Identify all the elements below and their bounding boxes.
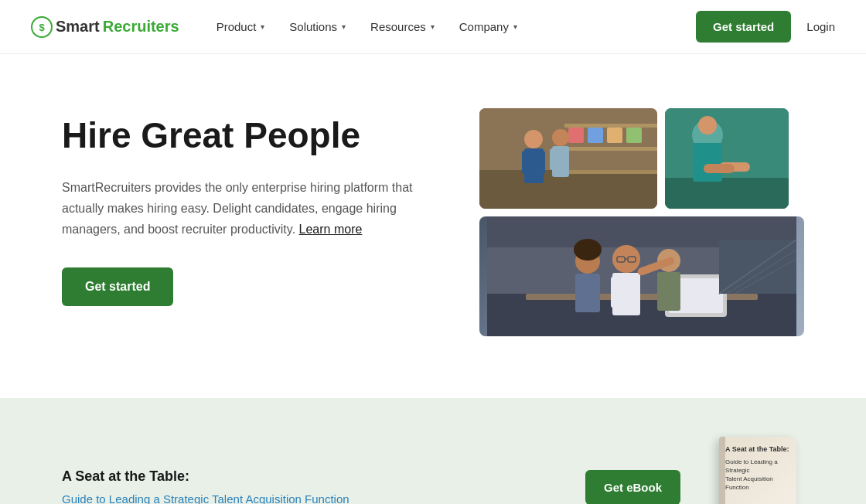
hero-image-top-left [479,108,657,209]
nav-product-label: Product [216,20,257,33]
chevron-down-icon: ▾ [431,22,435,31]
svg-point-40 [574,239,602,261]
nav-item-product[interactable]: Product ▾ [216,20,265,33]
banner-title: A Seat at the Table: [62,468,554,485]
login-button[interactable]: Login [806,20,835,33]
hero-title: Hire Great People [62,116,433,155]
svg-rect-8 [588,128,603,143]
chevron-down-icon: ▾ [513,22,517,31]
svg-rect-10 [626,128,642,143]
svg-rect-34 [611,277,622,308]
hero-image-top-left-svg [479,108,657,209]
svg-rect-27 [487,294,796,336]
chevron-down-icon: ▾ [261,22,264,31]
banner-book: A Seat at the Table: Guide to Leading a … [711,437,804,504]
svg-rect-4 [564,124,657,128]
book-title-line3: Talent Acquisition Function [725,475,790,492]
svg-rect-23 [693,143,722,182]
learn-more-link[interactable]: Learn more [299,223,363,236]
navbar-actions: Get started Login [696,11,835,43]
svg-point-22 [698,116,717,135]
hero-left: Hire Great People SmartRecruiters provid… [62,108,433,306]
svg-rect-18 [562,148,569,170]
svg-rect-9 [607,128,622,143]
navbar: $ SmartRecruiters Product ▾ Solutions ▾ … [0,0,866,54]
nav-solutions-label: Solutions [289,20,337,33]
svg-rect-17 [550,148,557,170]
logo-icon: $ [31,16,53,38]
svg-rect-35 [628,277,639,308]
nav-get-started-button[interactable]: Get started [696,11,791,43]
logo-text-smart: Smart [56,18,100,36]
svg-text:$: $ [39,22,45,33]
hero-section: Hire Great People SmartRecruiters provid… [0,54,866,398]
banner-subtitle: Guide to Leading a Strategic Talent Acqu… [62,492,554,504]
logo-text-recruiters: Recruiters [103,18,179,36]
get-ebook-button[interactable]: Get eBook [585,470,680,505]
hero-image-bottom-svg [479,216,804,336]
banner-cta: Get eBook [585,470,680,505]
svg-rect-43 [657,272,680,311]
svg-rect-7 [568,128,584,143]
nav-links: Product ▾ Solutions ▾ Resources ▾ Compan… [216,20,696,33]
nav-item-company[interactable]: Company ▾ [459,20,517,33]
hero-description: SmartRecruiters provides the only enterp… [62,177,418,240]
nav-resources-label: Resources [370,20,426,33]
svg-rect-20 [665,178,789,209]
nav-company-label: Company [459,20,509,33]
hero-get-started-button[interactable]: Get started [62,267,173,306]
logo-link[interactable]: $ SmartRecruiters [31,16,179,38]
book-title-line1: A Seat at the Table: [725,444,790,455]
book-title-line2: Guide to Leading a Strategic [725,458,790,475]
banner-text: A Seat at the Table: Guide to Leading a … [62,468,554,504]
svg-point-11 [524,130,543,148]
svg-rect-41 [575,274,600,312]
nav-item-resources[interactable]: Resources ▾ [370,20,435,33]
svg-point-15 [552,129,569,146]
book-cover: A Seat at the Table: Guide to Leading a … [719,437,796,504]
nav-item-solutions[interactable]: Solutions ▾ [289,20,346,33]
svg-rect-14 [537,151,545,174]
hero-image-bottom [479,216,804,336]
hero-image-top-right [665,108,789,209]
chevron-down-icon: ▾ [342,22,346,31]
bottom-banner: A Seat at the Table: Guide to Leading a … [0,398,866,504]
hero-images [479,108,804,336]
svg-rect-6 [564,170,657,174]
svg-rect-25 [704,164,735,173]
svg-rect-13 [522,151,530,174]
svg-rect-5 [564,147,657,151]
hero-image-top-right-svg [665,108,789,209]
